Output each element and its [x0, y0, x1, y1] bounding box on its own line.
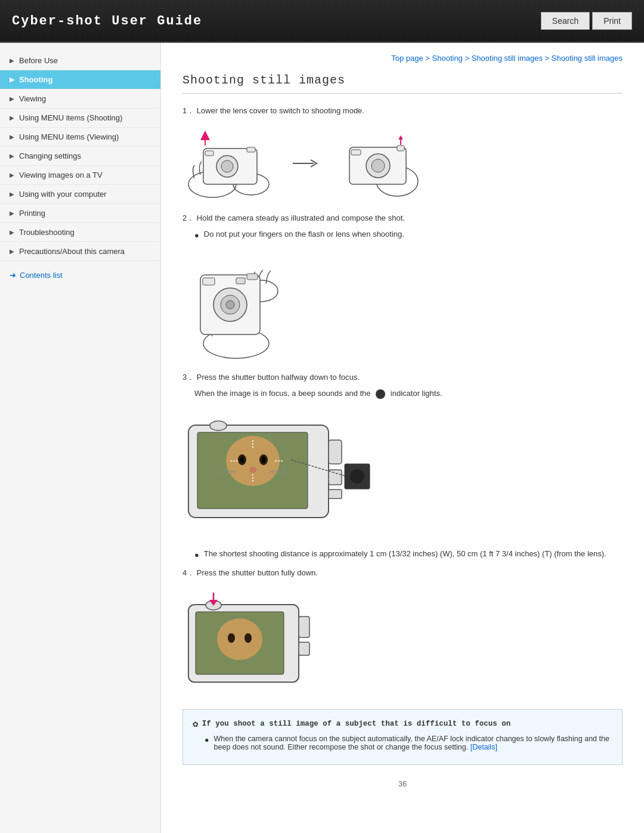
svg-rect-20 — [247, 274, 258, 280]
breadcrumb-shooting[interactable]: Shooting — [432, 54, 463, 63]
bullet-icon: ● — [205, 736, 209, 744]
search-button[interactable]: Search — [541, 12, 590, 30]
arrow-icon: ▶ — [10, 114, 14, 121]
contents-list-link[interactable]: ➜ Contents list — [0, 264, 160, 287]
breadcrumb-sep3: > — [545, 54, 552, 63]
details-link[interactable]: [Details] — [470, 743, 497, 751]
step-1-camera-2 — [332, 125, 427, 202]
sidebar-item-using-menu-shooting[interactable]: ▶ Using MENU items (Shooting) — [0, 109, 160, 128]
arrow-icon: ▶ — [10, 210, 14, 216]
step-1-number: 1． — [182, 106, 194, 115]
step-3-subtext: When the image is in focus, a beep sound… — [194, 389, 623, 399]
arrow-icon: ▶ — [10, 57, 14, 64]
tip-text: When the camera cannot focus on the subj… — [214, 735, 612, 751]
svg-point-46 — [350, 469, 364, 484]
step-4: 4． Press the shutter button fully down. — [182, 568, 623, 697]
arrow-icon: ▶ — [10, 153, 14, 159]
page-number: 36 — [182, 779, 623, 788]
main-layout: ▶ Before Use ▶ Shooting ▶ Viewing ▶ Usin… — [0, 43, 644, 833]
arrow-icon: ▶ — [10, 95, 14, 102]
bullet-icon: ● — [194, 550, 199, 559]
shooting-distance-note: ● The shortest shooting distance is appr… — [194, 549, 623, 559]
step-4-number: 4． — [182, 568, 194, 577]
breadcrumb-still1[interactable]: Shooting still images — [472, 54, 543, 63]
step-4-text: 4． Press the shutter button fully down. — [182, 568, 623, 578]
svg-point-30 — [262, 457, 265, 463]
breadcrumb-sep1: > — [425, 54, 432, 63]
sidebar-item-viewing[interactable]: ▶ Viewing — [0, 89, 160, 109]
svg-rect-40 — [329, 440, 342, 464]
main-content: Top page > Shooting > Shooting still ima… — [161, 43, 644, 833]
step-1: 1． Lower the lens cover to switch to sho… — [182, 106, 623, 202]
tip-content: ● When the camera cannot focus on the su… — [205, 735, 612, 751]
step-3-text: 3． Press the shutter button halfway down… — [182, 372, 623, 383]
sidebar-item-using-computer[interactable]: ▶ Using with your computer — [0, 185, 160, 204]
header-buttons: Search Print — [541, 12, 632, 30]
svg-point-53 — [244, 633, 252, 643]
step-2: 2． Hold the camera steady as illustrated… — [182, 213, 623, 361]
svg-point-29 — [240, 457, 244, 463]
step-3: 3． Press the shutter button halfway down… — [182, 372, 623, 538]
svg-rect-12 — [397, 145, 404, 151]
svg-point-18 — [226, 301, 234, 309]
arrow-icon: ▶ — [10, 229, 14, 236]
app-title: Cyber-shot User Guide — [12, 14, 202, 29]
step-4-illustration — [182, 587, 623, 697]
sidebar-item-shooting[interactable]: ▶ Shooting — [0, 70, 160, 89]
svg-rect-19 — [203, 278, 215, 285]
arrow-right-icon: ➜ — [10, 271, 16, 280]
svg-rect-11 — [351, 150, 361, 155]
svg-rect-41 — [329, 470, 342, 485]
svg-rect-21 — [236, 278, 245, 284]
svg-point-4 — [221, 160, 233, 172]
sidebar-item-viewing-tv[interactable]: ▶ Viewing images on a TV — [0, 166, 160, 185]
svg-point-49 — [217, 618, 262, 660]
arrow-icon: ▶ — [10, 76, 14, 83]
bullet-icon: ● — [194, 231, 199, 240]
sidebar-item-using-menu-viewing[interactable]: ▶ Using MENU items (Viewing) — [0, 128, 160, 147]
page-title: Shooting still images — [182, 73, 623, 94]
svg-rect-6 — [247, 147, 255, 152]
sidebar-item-printing[interactable]: ▶ Printing — [0, 204, 160, 223]
svg-point-43 — [210, 421, 227, 431]
arrow-icon: ▶ — [10, 134, 14, 140]
header: Cyber-shot User Guide Search Print — [0, 0, 644, 43]
svg-rect-54 — [299, 617, 309, 637]
step-3-camera — [182, 407, 373, 538]
svg-point-31 — [249, 467, 256, 473]
step-1-camera-1 — [182, 125, 278, 202]
sidebar-item-precautions[interactable]: ▶ Precautions/About this camera — [0, 242, 160, 261]
step-2-camera — [182, 248, 290, 361]
svg-rect-42 — [329, 490, 342, 498]
step-1-illustration — [182, 125, 623, 202]
tip-box: ✿ If you shoot a still image of a subjec… — [182, 709, 623, 765]
print-button[interactable]: Print — [592, 12, 632, 30]
step-2-bullet: ● Do not put your fingers on the flash o… — [194, 230, 623, 240]
svg-point-52 — [228, 633, 235, 643]
step-3-illustration — [182, 407, 623, 538]
step-4-camera — [182, 587, 314, 697]
svg-rect-55 — [299, 642, 309, 655]
step-2-text: 2． Hold the camera steady as illustrated… — [182, 213, 623, 224]
breadcrumb-top[interactable]: Top page — [391, 54, 423, 63]
arrow-icon: ▶ — [10, 172, 14, 178]
sidebar-item-before-use[interactable]: ▶ Before Use — [0, 51, 160, 70]
tip-title: ✿ If you shoot a still image of a subjec… — [193, 718, 612, 730]
sidebar: ▶ Before Use ▶ Shooting ▶ Viewing ▶ Usin… — [0, 43, 161, 833]
svg-rect-5 — [205, 151, 213, 156]
tip-icon: ✿ — [193, 718, 199, 730]
focus-dot-icon — [376, 389, 385, 399]
sidebar-item-troubleshooting[interactable]: ▶ Troubleshooting — [0, 223, 160, 242]
breadcrumb-still2[interactable]: Shooting still images — [552, 54, 623, 63]
step-2-illustration — [182, 248, 623, 361]
arrow-icon: ▶ — [10, 248, 14, 255]
step-1-text: 1． Lower the lens cover to switch to sho… — [182, 106, 623, 116]
breadcrumb-sep2: > — [465, 54, 471, 63]
sidebar-item-changing-settings[interactable]: ▶ Changing settings — [0, 147, 160, 166]
breadcrumb: Top page > Shooting > Shooting still ima… — [182, 54, 623, 63]
step-1-arrow — [290, 151, 320, 175]
step-2-number: 2． — [182, 213, 194, 222]
arrow-icon: ▶ — [10, 191, 14, 197]
svg-point-10 — [371, 159, 385, 172]
step-3-number: 3． — [182, 373, 194, 382]
